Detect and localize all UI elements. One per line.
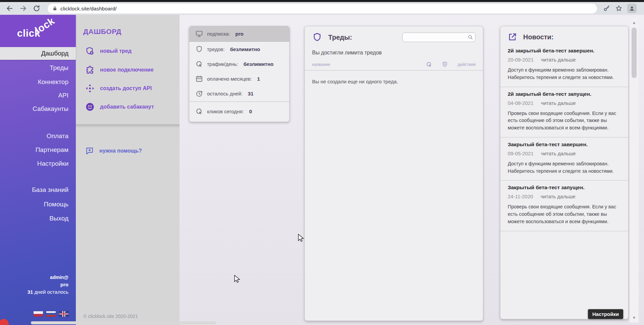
- key-icon[interactable]: [603, 5, 610, 12]
- logo-block: clicklock: [0, 15, 76, 47]
- click-icon: [195, 60, 203, 68]
- star-icon[interactable]: [615, 5, 623, 12]
- create-api-access-button[interactable]: создать доступ API: [85, 84, 152, 93]
- four-arrows-icon: [85, 84, 95, 93]
- read-more-link[interactable]: читать дальше: [541, 57, 576, 63]
- threads-header: Треды:: [305, 26, 483, 45]
- click-column-icon[interactable]: [426, 61, 432, 68]
- copyright-footer: © clicklock.site 2020-2021: [83, 314, 138, 319]
- scroll-down-icon[interactable]: ▼: [630, 314, 639, 321]
- flag-uk-icon[interactable]: [59, 311, 68, 317]
- refresh-icon[interactable]: [32, 3, 42, 13]
- flag-poland-icon[interactable]: [34, 311, 43, 317]
- user-plan: pro: [0, 281, 68, 288]
- stats-header-row: подписка: pro: [189, 26, 289, 42]
- need-help-button[interactable]: нужна помощь?: [85, 147, 142, 155]
- flag-russia-icon[interactable]: [46, 311, 56, 317]
- news-item-title: Закрытый бета-тест запущен.: [508, 185, 621, 191]
- threads-panel: Треды: Вы достигли лимита тредов названи…: [304, 26, 483, 321]
- browser-toolbar: clicklock.site/dashboard/: [0, 2, 644, 15]
- clock-icon: [195, 90, 203, 97]
- sidebar: clicklock Дашборд Треды Коннектор API Са…: [0, 15, 76, 325]
- stat-label: подписка:: [207, 31, 230, 37]
- app-logo[interactable]: clicklock: [17, 28, 61, 39]
- add-subaccount-button[interactable]: добавить сабаканут: [85, 102, 154, 112]
- calendar-icon: [195, 75, 203, 83]
- news-item-date: 04-08-2021: [508, 100, 534, 106]
- sidebar-item-settings[interactable]: Настройки: [0, 160, 76, 167]
- shield-icon: [312, 32, 322, 42]
- url-text: clicklock.site/dashboard/: [60, 6, 117, 11]
- language-switcher: [34, 311, 68, 317]
- news-panel: Новости: 2й закрытый бета-тест завершен.…: [500, 26, 629, 319]
- news-item-body: Доступ к функциям временно заблокирован.…: [508, 160, 621, 175]
- sidebar-item-logout[interactable]: Выход: [0, 215, 76, 222]
- dashboard-actions-panel: ДАШБОРД новый тред новое подключение соз…: [76, 15, 180, 325]
- external-link-icon: [508, 32, 517, 42]
- message-plus-icon: [85, 147, 94, 155]
- stat-row-paid-months: оплачено месяцев: 1: [189, 71, 289, 86]
- bottom-bar: [31, 321, 216, 324]
- news-footer-empty: [500, 231, 628, 255]
- subscription-stats-card: подписка: pro тредов: безлимитно трафик/…: [189, 26, 290, 122]
- news-item-body: Проверь свои входящие сообщения. Если у …: [508, 110, 621, 132]
- main-content: подписка: pro тредов: безлимитно трафик/…: [180, 15, 644, 325]
- scrollbar-thumb[interactable]: [632, 28, 637, 78]
- people-icon: [85, 102, 95, 112]
- news-item: Закрытый бета-тест завершен. 09-05-2021 …: [500, 137, 628, 180]
- url-bar[interactable]: clicklock.site/dashboard/: [48, 4, 597, 13]
- lock-icon: [52, 6, 57, 11]
- new-connection-button[interactable]: новое подключение: [85, 65, 154, 75]
- sidebar-item-dashboard[interactable]: Дашборд: [0, 47, 76, 60]
- column-name[interactable]: название: [312, 62, 330, 67]
- sidebar-item-help[interactable]: Помощь: [0, 201, 76, 208]
- news-item-date: 24-11-2020: [508, 194, 533, 199]
- news-item-body: Проверь свои входящие сообщения. Если у …: [508, 203, 621, 225]
- sidebar-item-connector[interactable]: Коннектор: [0, 78, 76, 86]
- back-icon[interactable]: [5, 3, 15, 13]
- stat-row-clicks-today: кликов сегодня: 0: [189, 104, 289, 119]
- news-item: Закрытый бета-тест запущен. 24-11-2020 ч…: [500, 180, 628, 231]
- read-more-link[interactable]: читать дальше: [541, 100, 576, 106]
- panel-title-dashboard: ДАШБОРД: [83, 28, 121, 36]
- news-title: Новости:: [523, 33, 554, 41]
- threads-title: Треды:: [328, 34, 352, 41]
- stat-value: pro: [235, 31, 243, 37]
- stat-row-days-left: осталось дней: 31: [189, 86, 289, 101]
- search-icon[interactable]: [467, 34, 473, 40]
- column-actions[interactable]: действия: [457, 62, 476, 67]
- read-more-link[interactable]: читать дальше: [541, 194, 576, 199]
- shield-star-column-icon[interactable]: [442, 61, 448, 68]
- stat-row-traffic: трафик/день: безлимитно: [189, 56, 289, 71]
- sidebar-item-subaccounts[interactable]: Сабакаунты: [0, 105, 76, 113]
- scroll-up-icon[interactable]: ▲: [630, 19, 639, 26]
- stat-row-threads: тредов: безлимитно: [189, 42, 289, 56]
- browser-chrome: clicklock.site/dashboard/: [0, 0, 644, 15]
- news-item-date: 09-05-2021: [508, 151, 534, 156]
- profile-avatar[interactable]: [627, 4, 637, 13]
- page-scrollbar[interactable]: ▲ ▼: [630, 17, 639, 323]
- news-item-body: Доступ к функциям временно заблокирован.…: [508, 67, 621, 81]
- sidebar-item-threads[interactable]: Треды: [0, 64, 76, 72]
- read-more-link[interactable]: читать дальше: [541, 151, 576, 156]
- forward-icon[interactable]: [18, 3, 28, 13]
- user-info: admin@ pro 31 дней осталось: [0, 274, 76, 296]
- chrome-actions: [603, 4, 639, 13]
- monitor-icon: [195, 30, 203, 38]
- sidebar-item-payment[interactable]: Оплата: [0, 132, 76, 140]
- news-item-title: 2й закрытый бета-тест завершен.: [508, 48, 621, 54]
- sidebar-item-knowledge-base[interactable]: База знаний: [0, 186, 76, 194]
- shield-icon: [195, 45, 203, 53]
- new-thread-button[interactable]: новый тред: [85, 46, 132, 56]
- mouse-cursor-icon: [233, 275, 241, 284]
- settings-tooltip: Настройки: [588, 309, 623, 319]
- sidebar-item-api[interactable]: API: [0, 92, 76, 99]
- news-item: 2й закрытый бета-тест запущен. 04-08-202…: [500, 87, 628, 137]
- sidebar-item-partners[interactable]: Партнерам: [0, 146, 76, 154]
- click-icon: [195, 108, 203, 115]
- puzzle-icon: [85, 65, 95, 75]
- threads-table-header: название действия: [305, 58, 483, 71]
- threads-search: [402, 33, 476, 42]
- threads-search-input[interactable]: [402, 33, 476, 42]
- threads-empty-text: Вы не создали еще ни одного треда.: [305, 71, 483, 92]
